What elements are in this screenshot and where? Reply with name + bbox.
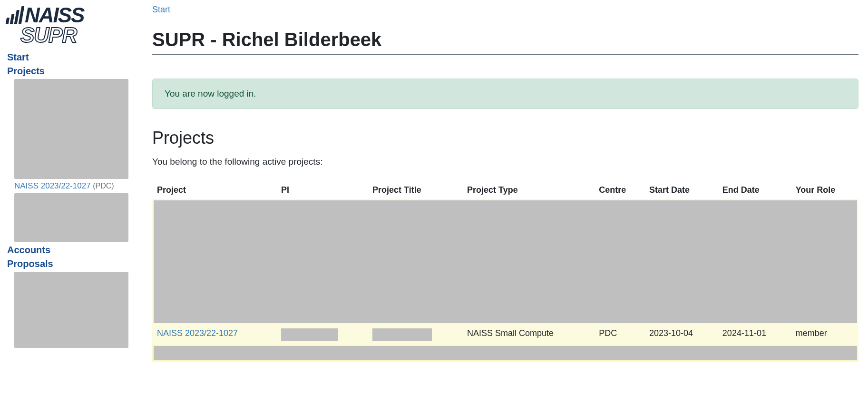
redacted-block [14,272,128,348]
nav-projects[interactable]: Projects [7,66,136,77]
alert-success: You are now logged in. [152,79,858,109]
col-centre: Centre [594,181,644,199]
projects-section-title: Projects [152,128,858,148]
project-link[interactable]: NAISS 2023/22-1027 [157,328,238,338]
sidebar-project-suffix: (PDC) [93,182,114,190]
sidebar: NAISS SUPR Start Projects NAISS 2023/22-… [0,0,143,366]
page-title: SUPR - Richel Bilderbeek [152,29,858,55]
nav-proposals[interactable]: Proposals [7,258,136,269]
col-role: Your Role [791,181,858,199]
cell-type: NAISS Small Compute [462,325,594,345]
redacted-pi [281,328,338,341]
projects-description: You belong to the following active proje… [152,157,858,167]
logo-bars-icon [6,6,25,24]
cell-centre: PDC [594,325,644,345]
col-title: Project Title [368,181,462,199]
cell-start: 2023-10-04 [644,325,718,345]
redacted-block [14,193,128,242]
cell-role: member [791,325,858,345]
logo-supr: SUPR [20,26,136,45]
main-content: Start SUPR - Richel Bilderbeek You are n… [143,0,868,366]
col-type: Project Type [462,181,594,199]
redacted-block [14,79,128,179]
col-end: End Date [718,181,791,199]
redacted-block [154,200,857,323]
sidebar-project-link[interactable]: NAISS 2023/22-1027 [14,181,91,190]
table-row: NAISS 2023/22-1027 NAISS Small Compute P… [152,325,858,345]
logo-naiss: NAISS [7,5,136,26]
col-pi: PI [276,181,368,199]
projects-table: Project PI Project Title Project Type Ce… [152,181,858,362]
redacted-title [372,328,432,341]
col-start: Start Date [644,181,718,199]
cell-end: 2024-11-01 [718,325,791,345]
table-row-redacted [152,345,858,362]
table-header-row: Project PI Project Title Project Type Ce… [152,181,858,199]
redacted-block [154,346,857,360]
breadcrumb-start[interactable]: Start [152,5,170,14]
col-project: Project [152,181,276,199]
table-row-redacted [152,199,858,325]
sidebar-project-item: NAISS 2023/22-1027 (PDC) [7,181,136,191]
nav-accounts[interactable]: Accounts [7,245,136,256]
nav-start[interactable]: Start [7,52,136,63]
logo: NAISS SUPR [7,5,136,45]
